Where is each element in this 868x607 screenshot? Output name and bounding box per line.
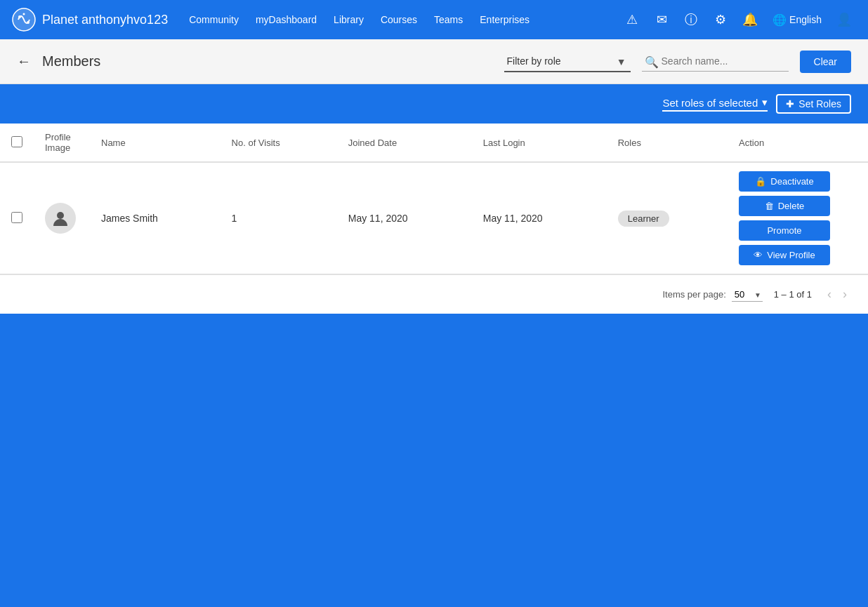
- view-profile-button[interactable]: 👁 View Profile: [739, 245, 830, 265]
- language-selector[interactable]: 🌐 English: [767, 11, 827, 29]
- nav-community[interactable]: Community: [182, 10, 246, 29]
- member-joined-date: May 11, 2020: [337, 162, 472, 274]
- nav-enterprises[interactable]: Enterprises: [473, 10, 537, 29]
- col-header-last-login: Last Login: [472, 124, 607, 162]
- filter-role-wrap: Filter by role ▼: [504, 51, 631, 72]
- nav-courses[interactable]: Courses: [374, 10, 424, 29]
- search-input[interactable]: [642, 51, 789, 72]
- header-bar: ← Members Filter by role ▼ 🔍 Clear: [0, 39, 868, 84]
- member-name: James Smith: [90, 162, 221, 274]
- back-button[interactable]: ←: [17, 53, 31, 69]
- app-title: Planet anthonyhvo123: [42, 13, 168, 27]
- filter-role-select[interactable]: Filter by role: [504, 51, 631, 72]
- svg-point-2: [27, 21, 29, 24]
- member-last-login: May 11, 2020: [472, 162, 607, 274]
- svg-point-4: [57, 212, 64, 219]
- nav-teams[interactable]: Teams: [427, 10, 470, 29]
- nav-mydashboard[interactable]: myDashboard: [249, 10, 324, 29]
- top-navigation: Planet anthonyhvo123 Community myDashboa…: [0, 0, 868, 39]
- row-checkbox-cell: [0, 162, 34, 274]
- search-icon: 🔍: [645, 55, 659, 68]
- language-label: English: [789, 14, 822, 25]
- col-header-action: Action: [728, 124, 868, 162]
- per-page-wrap: 50 25 100 ▼: [732, 288, 763, 302]
- per-page-select[interactable]: 50 25 100: [732, 288, 763, 302]
- member-visits: 1: [221, 162, 337, 274]
- action-buttons: 🔒 Deactivate 🗑 Delete Promote: [739, 171, 857, 265]
- set-roles-icon-label: Set Roles: [798, 98, 841, 109]
- main-content: Set roles of selected ▾ ✚ Set Roles Prof…: [0, 84, 868, 370]
- trash-icon: 🗑: [765, 201, 774, 211]
- nav-library[interactable]: Library: [327, 10, 371, 29]
- lock-icon: 🔒: [755, 176, 766, 187]
- row-checkbox[interactable]: [11, 212, 22, 223]
- table-header-row: Profile Image Name No. of Visits Joined …: [0, 124, 868, 162]
- page-range: 1 – 1 of 1: [774, 289, 812, 300]
- set-roles-label: Set roles of selected: [662, 97, 758, 109]
- nav-links: Community myDashboard Library Courses Te…: [182, 10, 537, 29]
- table-toolbar: Set roles of selected ▾ ✚ Set Roles: [0, 84, 868, 124]
- bottom-fill: [0, 314, 868, 370]
- eye-icon: 👁: [754, 250, 763, 260]
- clear-button[interactable]: Clear: [800, 51, 851, 73]
- back-arrow-icon: ←: [17, 53, 31, 69]
- page-title: Members: [42, 53, 100, 69]
- app-logo[interactable]: Planet anthonyhvo123: [11, 7, 168, 32]
- pagination-bar: Items per page: 50 25 100 ▼ 1 – 1 of 1 ‹…: [0, 274, 868, 314]
- profile-image-cell: [34, 162, 90, 274]
- globe-icon: 🌐: [772, 13, 787, 27]
- svg-point-1: [18, 15, 21, 18]
- grid-plus-icon: ✚: [786, 98, 794, 109]
- members-table: Profile Image Name No. of Visits Joined …: [0, 124, 868, 274]
- deactivate-button[interactable]: 🔒 Deactivate: [739, 171, 830, 192]
- delete-button[interactable]: 🗑 Delete: [739, 196, 830, 216]
- role-badge: Learner: [618, 211, 669, 227]
- items-per-page: Items per page: 50 25 100 ▼: [662, 288, 762, 302]
- col-header-name: Name: [90, 124, 221, 162]
- help-icon[interactable]: ⓘ: [678, 7, 704, 32]
- settings-icon[interactable]: ⚙: [708, 7, 733, 32]
- prev-page-button[interactable]: ‹: [823, 286, 836, 303]
- members-table-container: Profile Image Name No. of Visits Joined …: [0, 124, 868, 314]
- col-header-roles: Roles: [607, 124, 728, 162]
- svg-point-3: [23, 13, 25, 15]
- table-row: James Smith 1 May 11, 2020 May 11, 2020 …: [0, 162, 868, 274]
- avatar: [45, 203, 76, 234]
- person-icon: [51, 209, 70, 227]
- topnav-icons: ⚠ ✉ ⓘ ⚙ 🔔 🌐 English 👤: [619, 7, 857, 32]
- select-all-checkbox[interactable]: [11, 136, 22, 147]
- col-header-profile-image: Profile Image: [34, 124, 90, 162]
- col-header-joined-date: Joined Date: [337, 124, 472, 162]
- page-navigation: ‹ ›: [823, 286, 851, 303]
- search-wrap: 🔍: [642, 51, 789, 72]
- promote-button[interactable]: Promote: [739, 220, 830, 241]
- set-roles-icon-button[interactable]: ✚ Set Roles: [776, 94, 851, 114]
- action-cell: 🔒 Deactivate 🗑 Delete Promote: [728, 162, 868, 274]
- user-account-icon[interactable]: 👤: [831, 7, 857, 32]
- next-page-button[interactable]: ›: [839, 286, 851, 303]
- bell-icon[interactable]: 🔔: [737, 7, 763, 32]
- notification-alert-icon[interactable]: ⚠: [619, 7, 645, 32]
- dropdown-arrow-icon: ▾: [762, 96, 768, 109]
- col-header-visits: No. of Visits: [221, 124, 337, 162]
- items-per-page-label: Items per page:: [662, 289, 725, 300]
- select-all-header: [0, 124, 34, 162]
- logo-icon: [11, 7, 37, 32]
- set-roles-selected-button[interactable]: Set roles of selected ▾: [662, 96, 768, 112]
- mail-icon[interactable]: ✉: [649, 7, 674, 32]
- member-roles: Learner: [607, 162, 728, 274]
